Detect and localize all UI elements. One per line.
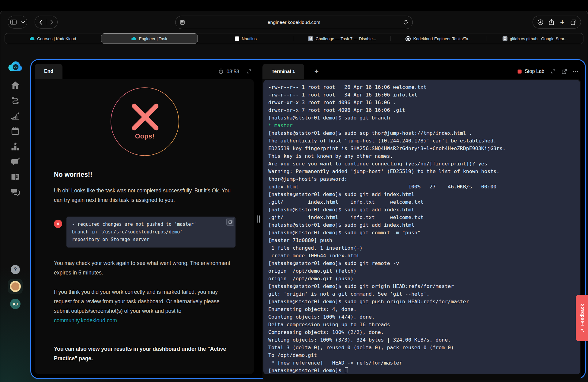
back-button[interactable] bbox=[35, 16, 46, 28]
error-details-box: - required changes are not pushed to 'ma… bbox=[66, 217, 236, 248]
terminal-line: origin /opt/demo.git (push) bbox=[268, 275, 577, 282]
chevron-down-icon[interactable] bbox=[19, 16, 27, 28]
feedback-button[interactable]: Feedback bbox=[576, 295, 588, 341]
sidebar-toggle-icon[interactable] bbox=[8, 16, 19, 28]
nav-buttons bbox=[35, 16, 58, 28]
terminal-body: -rw-r--r-- 1 root root 26 Apr 16 16:06 w… bbox=[262, 79, 581, 380]
new-tab-icon[interactable]: + bbox=[557, 16, 568, 28]
url-bar[interactable]: engineer.kodekloud.com bbox=[175, 16, 413, 29]
terminal-line: -rw-r--r-- 1 root root 26 Apr 16 16:06 w… bbox=[268, 83, 577, 91]
result-message-4: You can also view your results in your d… bbox=[54, 344, 236, 363]
kodekloud-favicon bbox=[131, 36, 136, 41]
terminal-tab[interactable]: Terminal 1 bbox=[262, 64, 304, 79]
lab-main-area: End 03:53 bbox=[30, 59, 586, 379]
community-link[interactable]: community.kodekloud.com bbox=[54, 317, 117, 323]
terminal-line: .git/ index.html info.txt welcome.txt bbox=[268, 198, 577, 206]
terminal-line: Writing objects: 100% (3/3), 324 bytes |… bbox=[268, 336, 577, 344]
tab-courses-kodekloud[interactable]: Courses | KodeKloud bbox=[5, 33, 101, 44]
tab-google-search[interactable]: G gitlab vs github - Google Sear... bbox=[487, 33, 583, 44]
oops-label: Oops! bbox=[110, 132, 179, 140]
result-heading: No worries!! bbox=[54, 171, 236, 179]
expand-panel-icon[interactable] bbox=[247, 69, 251, 74]
terminal-output[interactable]: -rw-r--r-- 1 root root 26 Apr 16 16:06 w… bbox=[263, 80, 580, 374]
new-terminal-button[interactable]: + bbox=[314, 67, 318, 76]
stop-lab-button[interactable]: Stop Lab bbox=[518, 69, 544, 74]
sparkle-icon bbox=[580, 328, 584, 332]
share-icon[interactable] bbox=[546, 16, 557, 28]
terminal-line: Warning: Permanently added 'jump-host' (… bbox=[268, 168, 577, 175]
error-details-row: ✕ - required changes are not pushed to '… bbox=[54, 217, 236, 248]
task-panel: End 03:53 bbox=[35, 64, 254, 374]
end-tab[interactable]: End bbox=[35, 64, 62, 79]
terminal-line: Enumerating objects: 4, done. bbox=[268, 305, 577, 313]
refresh-icon[interactable] bbox=[403, 20, 408, 25]
terminal-line: * [new reference] HEAD -> refs/for/maste… bbox=[268, 359, 577, 367]
error-x-icon: ✕ bbox=[54, 220, 62, 228]
terminal-line: [natasha@ststor01 demo]$ sudo git remote… bbox=[268, 259, 577, 267]
terminal-line: create mode 100644 index.html bbox=[268, 252, 577, 259]
downloads-icon[interactable] bbox=[535, 16, 546, 28]
schedule-icon[interactable] bbox=[11, 127, 20, 136]
leaderboard-icon[interactable] bbox=[11, 142, 20, 151]
terminal-line: This key is not known by any other names… bbox=[268, 152, 577, 160]
medium-favicon: M bbox=[308, 36, 313, 41]
tab-challenge-task7[interactable]: M Challenge — Task 7 — Disable... bbox=[294, 33, 390, 44]
terminal-line: To /opt/demo.git bbox=[268, 351, 577, 359]
reader-icon[interactable] bbox=[180, 20, 185, 25]
terminal-line: Compressing objects: 100% (2/2), done. bbox=[268, 328, 577, 336]
github-favicon bbox=[405, 36, 411, 41]
terminal-line: drwxr-xr-x 7 root root 4096 Apr 16 16:06… bbox=[268, 106, 577, 114]
result-message-3: If you think you did your work correctly… bbox=[54, 287, 236, 325]
help-button[interactable]: ? bbox=[11, 265, 20, 274]
error-details-text: - required changes are not pushed to 'ma… bbox=[72, 221, 230, 244]
terminal-line: [natasha@ststor01 demo]$ sudo git push o… bbox=[268, 298, 577, 305]
stopwatch-icon bbox=[218, 69, 224, 74]
expand-terminal-icon[interactable] bbox=[551, 69, 556, 74]
tab-strip: Courses | KodeKloud Engineer | Task Naut… bbox=[5, 33, 583, 44]
user-avatar[interactable] bbox=[8, 279, 23, 294]
terminal-line: [natasha@ststor01 demo]$ sudo git origin… bbox=[268, 282, 577, 290]
url-text: engineer.kodekloud.com bbox=[185, 20, 403, 25]
result-message-1: Uh oh! Looks like the task was not compl… bbox=[54, 186, 236, 205]
community-chat-icon[interactable] bbox=[11, 188, 20, 197]
tab-github-repo[interactable]: Kodekloud-Engineer-Tasks/Ta... bbox=[390, 33, 487, 44]
browser-toolbar: engineer.kodekloud.com + bbox=[0, 11, 588, 33]
terminal-line: git: 'origin' is not a git command. See … bbox=[268, 290, 577, 298]
tab-engineer-task[interactable]: Engineer | Task bbox=[101, 33, 198, 44]
terminal-line: * master bbox=[268, 122, 577, 129]
toolbar-actions: + bbox=[533, 16, 581, 28]
docs-book-icon[interactable] bbox=[11, 172, 20, 182]
initials-avatar[interactable]: KJ bbox=[10, 299, 21, 309]
terminal-line: The authenticity of host 'jump-host (10.… bbox=[268, 137, 577, 145]
kodekloud-logo-icon[interactable]: <> bbox=[8, 61, 22, 72]
panel-resize-handle[interactable] bbox=[254, 64, 262, 374]
svg-text:<>: <> bbox=[14, 65, 18, 69]
terminal-line: origin /opt/demo.git (fetch) bbox=[268, 267, 577, 275]
terminal-line: [natasha@ststor01 demo]$ sudo git add in… bbox=[268, 221, 577, 229]
oops-badge: Oops! bbox=[110, 87, 179, 156]
terminal-line: [natasha@ststor01 demo]$ sudo git add in… bbox=[268, 206, 577, 214]
terminal-cursor bbox=[345, 367, 348, 373]
progress-icon[interactable] bbox=[11, 111, 20, 120]
google-favicon: G bbox=[503, 36, 507, 41]
terminal-line: [natasha@ststor01 demo]$ bbox=[268, 367, 577, 374]
terminal-line: Counting objects: 100% (4/4), done. bbox=[268, 313, 577, 321]
terminal-line: -rw-r--r-- 1 root root 34 Apr 16 16:06 i… bbox=[268, 91, 577, 99]
terminal-line: ED25519 key fingerprint is SHA256:SNQ4HW… bbox=[268, 145, 577, 152]
browser-window: engineer.kodekloud.com + Courses | KodeK… bbox=[0, 11, 588, 382]
tab-overview-icon[interactable] bbox=[568, 16, 579, 28]
copy-icon[interactable] bbox=[226, 218, 234, 226]
open-in-new-icon[interactable] bbox=[562, 69, 567, 74]
terminal-line: thor@jump-host's password: bbox=[268, 175, 577, 183]
file-manager-favicon bbox=[235, 36, 239, 41]
home-icon[interactable] bbox=[11, 81, 20, 90]
terminal-line: drwxr-xr-x 3 root root 4096 Apr 16 16:06… bbox=[268, 99, 577, 106]
terminal-line: Delta compression using up to 16 threads bbox=[268, 321, 577, 328]
tab-nautilus[interactable]: Nautilus bbox=[198, 33, 294, 44]
stop-icon bbox=[518, 70, 522, 74]
result-message-2: You may check your work again to see wha… bbox=[54, 259, 236, 278]
terminal-menu-icon[interactable] bbox=[573, 71, 579, 72]
forward-button[interactable] bbox=[46, 16, 57, 28]
learning-path-icon[interactable] bbox=[11, 96, 20, 105]
feedback-note-icon[interactable] bbox=[11, 157, 20, 166]
